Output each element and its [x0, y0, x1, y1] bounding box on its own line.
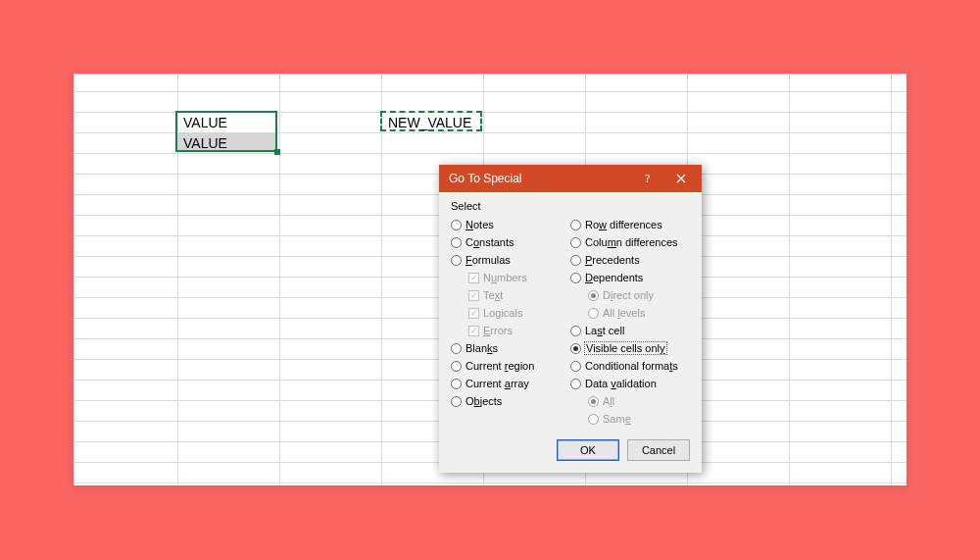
option-label: Current region [466, 360, 534, 372]
radio-icon [451, 343, 462, 354]
option-label: Numbers [483, 272, 527, 283]
dialog-body: Select NotesConstantsFormulas✓Numbers✓Te… [439, 192, 702, 432]
option-label: Visible cells only [585, 342, 666, 354]
section-label: Select [451, 200, 690, 212]
checkbox-icon: ✓ [468, 290, 479, 301]
option-all_levels: All levels [588, 304, 690, 322]
option-label: Errors [483, 325, 513, 336]
help-button[interactable]: ? [631, 168, 664, 189]
option-label: Direct only [603, 289, 654, 301]
option-current_region[interactable]: Current region [451, 357, 570, 375]
option-label: Last cell [585, 325, 624, 336]
option-data_validation[interactable]: Data validation [570, 375, 690, 392]
checkbox-icon: ✓ [468, 273, 479, 283]
cell-d2[interactable]: NEW_VALUE [384, 112, 475, 133]
dialog-buttons: OK Cancel [439, 432, 702, 473]
radio-icon [570, 273, 581, 283]
option-label: Blanks [466, 342, 498, 354]
option-label: All [603, 395, 614, 407]
option-label: Data validation [585, 378, 657, 389]
option-label: Current array [466, 378, 529, 389]
option-label: Same [603, 413, 631, 425]
option-label: Text [483, 289, 503, 301]
option-conditional_formats[interactable]: Conditional formats [570, 357, 690, 375]
option-text: ✓Text [468, 286, 570, 304]
close-button[interactable] [664, 168, 698, 189]
option-label: Objects [466, 395, 502, 407]
radio-icon [451, 396, 462, 407]
option-column_differences[interactable]: Column differences [570, 233, 690, 251]
option-all: All [588, 392, 690, 410]
option-visible_cells_only[interactable]: Visible cells only [570, 339, 690, 357]
option-errors: ✓Errors [468, 322, 570, 339]
option-formulas[interactable]: Formulas [451, 251, 570, 269]
radio-icon [588, 308, 599, 319]
dialog-titlebar[interactable]: Go To Special ? [439, 165, 702, 192]
option-objects[interactable]: Objects [451, 392, 570, 410]
option-label: Formulas [466, 254, 511, 266]
dialog-title: Go To Special [449, 172, 631, 185]
radio-icon [451, 237, 462, 248]
radio-icon [451, 255, 462, 266]
checkbox-icon: ✓ [468, 308, 479, 319]
option-current_array[interactable]: Current array [451, 375, 570, 392]
svg-text:?: ? [645, 173, 650, 184]
option-label: All levels [603, 307, 645, 319]
spreadsheet-workspace: VALUE VALUE NEW_VALUE Go To Special ? Se… [74, 74, 906, 485]
option-label: Row differences [585, 219, 662, 230]
help-icon: ? [643, 173, 653, 184]
option-label: Column differences [585, 236, 678, 248]
option-direct_only: Direct only [588, 286, 690, 304]
radio-icon [570, 220, 581, 230]
option-notes[interactable]: Notes [451, 216, 570, 233]
option-label: Notes [466, 219, 494, 230]
options-left: NotesConstantsFormulas✓Numbers✓Text✓Logi… [451, 216, 570, 428]
radio-icon [570, 255, 581, 266]
option-label: Constants [466, 236, 514, 248]
option-label: Dependents [585, 272, 643, 283]
radio-icon [570, 361, 581, 372]
option-blanks[interactable]: Blanks [451, 339, 570, 357]
option-precedents[interactable]: Precedents [570, 251, 690, 269]
option-last_cell[interactable]: Last cell [570, 322, 690, 339]
option-numbers: ✓Numbers [468, 269, 570, 286]
option-constants[interactable]: Constants [451, 233, 570, 251]
selection-handle[interactable] [274, 149, 280, 155]
option-row_differences[interactable]: Row differences [570, 216, 690, 233]
radio-icon [570, 379, 581, 389]
option-label: Precedents [585, 254, 640, 266]
radio-icon [451, 379, 462, 389]
go-to-special-dialog: Go To Special ? Select NotesConstantsFor… [439, 165, 702, 473]
close-icon [676, 174, 686, 183]
option-label: Conditional formats [585, 360, 678, 372]
ok-button[interactable]: OK [557, 439, 619, 461]
option-dependents[interactable]: Dependents [570, 269, 690, 286]
radio-icon [588, 414, 599, 425]
options-right: Row differencesColumn differencesPrecede… [570, 216, 690, 428]
cell-b3[interactable]: VALUE [179, 132, 231, 154]
radio-icon [451, 361, 462, 372]
radio-icon [588, 290, 599, 301]
radio-icon [570, 343, 581, 354]
option-label: Logicals [483, 307, 522, 319]
cell-b2[interactable]: VALUE [179, 112, 231, 133]
radio-icon [570, 237, 581, 248]
cancel-button[interactable]: Cancel [627, 439, 690, 461]
checkbox-icon: ✓ [468, 326, 479, 336]
radio-icon [588, 396, 599, 407]
option-same: Same [588, 410, 690, 428]
radio-icon [570, 326, 581, 336]
option-logicals: ✓Logicals [468, 304, 570, 322]
radio-icon [451, 220, 462, 230]
